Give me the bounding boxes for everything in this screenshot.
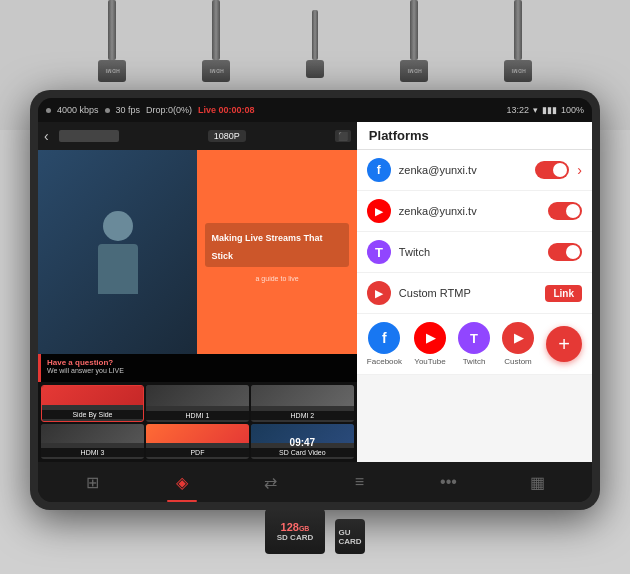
thumbnail-grid: Side By Side HDMI 1 HDMI 2 HDMI 3 — [38, 382, 357, 462]
thumb-bg — [42, 386, 143, 405]
thumb-hdmi1[interactable]: HDMI 1 — [146, 385, 249, 422]
connector-label: HDMI — [105, 68, 120, 74]
back-button[interactable]: ‹ — [44, 128, 49, 144]
twitch-toggle[interactable] — [548, 243, 582, 261]
fab-add-button[interactable]: + — [546, 326, 582, 362]
thumb-pdf[interactable]: PDF — [146, 424, 249, 459]
main-area: ‹ 1080P ⬛ — [38, 122, 592, 462]
cable-connector: HDMI — [98, 60, 126, 82]
cable-connector — [306, 60, 324, 78]
social-youtube-label: YouTube — [414, 357, 445, 366]
thumb-hdmi2[interactable]: HDMI 2 — [251, 385, 354, 422]
bottom-nav: ⊞ ◈ ⇄ ≡ ••• ▦ — [38, 462, 592, 502]
cable-3 — [306, 10, 324, 78]
video-presenter — [38, 150, 197, 354]
social-twitch-icon[interactable]: T — [458, 322, 490, 354]
thumb-label: HDMI 1 — [146, 411, 249, 420]
youtube-icon: ▶ — [367, 199, 391, 223]
thumb-label: HDMI 2 — [251, 411, 354, 420]
cable-wire — [108, 0, 116, 60]
social-custom-icon[interactable]: ▶ — [502, 322, 534, 354]
device-screen: 4000 kbps 30 fps Drop:0(0%) Live 00:00:0… — [38, 98, 592, 502]
layers-icon: ◈ — [176, 473, 188, 492]
social-item-twitch: T Twitch — [458, 322, 490, 366]
sd-card-small: GUCARD — [335, 519, 365, 554]
slide-subtext: a guide to live — [256, 275, 299, 282]
settings-icon: ≡ — [355, 473, 364, 491]
cable-connector: HDMI — [504, 60, 532, 82]
thumb-side-by-side[interactable]: Side By Side — [41, 385, 144, 422]
record-icon[interactable]: ⬛ — [335, 130, 351, 142]
sd-size-label: 128GB — [281, 521, 310, 533]
audio-levels — [59, 130, 119, 142]
presenter-head — [103, 211, 133, 241]
facebook-icon: f — [367, 158, 391, 182]
presenter-body — [98, 244, 138, 294]
social-facebook-icon[interactable]: f — [368, 322, 400, 354]
platforms-title: Platforms — [369, 128, 429, 143]
platform-item-twitch: T Twitch — [357, 232, 592, 273]
social-facebook-label: Facebook — [367, 357, 402, 366]
youtube-name: zenka@yunxi.tv — [399, 205, 540, 217]
sd-type-label: SD CARD — [277, 533, 313, 542]
platform-list: f zenka@yunxi.tv › ▶ zenka@yunxi.tv — [357, 150, 592, 462]
cable-connector: HDMI — [400, 60, 428, 82]
record-symbol: ⬛ — [338, 132, 348, 141]
cable-wire — [514, 0, 522, 60]
nav-share[interactable]: ⇄ — [251, 462, 291, 502]
nav-more[interactable]: ••• — [429, 462, 469, 502]
presenter-figure — [98, 211, 138, 294]
platform-item-rtmp: ▶ Custom RTMP Link — [357, 273, 592, 314]
connector-label: HDMI — [209, 68, 224, 74]
resolution-badge: 1080P — [208, 130, 246, 142]
thumb-label: PDF — [146, 448, 249, 457]
live-label: Live 00:00:08 — [198, 105, 255, 115]
chevron-right-icon[interactable]: › — [577, 162, 582, 178]
link-button[interactable]: Link — [545, 285, 582, 302]
scene: HDMI HDMI HDMI HDMI — [0, 0, 630, 574]
social-icons-row: f Facebook ▶ YouTube T Twitch — [357, 314, 592, 375]
facebook-name: zenka@yunxi.tv — [399, 164, 527, 176]
social-youtube-icon[interactable]: ▶ — [414, 322, 446, 354]
sd-small-type: GUCARD — [338, 528, 361, 546]
media-icon: ▦ — [530, 473, 545, 492]
slide-title-box: Making Live Streams That Stick — [205, 223, 348, 267]
thumb-hdmi3[interactable]: HDMI 3 — [41, 424, 144, 459]
toggle-knob — [553, 163, 567, 177]
status-bar: 4000 kbps 30 fps Drop:0(0%) Live 00:00:0… — [38, 98, 592, 122]
nav-layers[interactable]: ◈ — [162, 462, 202, 502]
facebook-toggle[interactable] — [535, 161, 569, 179]
time-label: 13:22 — [506, 105, 529, 115]
youtube-toggle[interactable] — [548, 202, 582, 220]
share-icon: ⇄ — [264, 473, 277, 492]
social-item-facebook: f Facebook — [367, 322, 402, 366]
thumb-label: Side By Side — [42, 410, 143, 419]
drop-label: Drop:0(0%) — [146, 105, 192, 115]
status-dot — [46, 108, 51, 113]
bitrate-label: 4000 kbps — [57, 105, 99, 115]
left-panel: ‹ 1080P ⬛ — [38, 122, 357, 462]
question-bar: Have a question? We will answer you LIVE — [38, 354, 357, 382]
time-display: 09:47 — [290, 436, 316, 447]
rtmp-name: Custom RTMP — [399, 287, 538, 299]
device: 4000 kbps 30 fps Drop:0(0%) Live 00:00:0… — [30, 90, 600, 510]
status-right: 13:22 ▾ ▮▮▮ 100% — [506, 105, 584, 115]
thumb-sd[interactable]: 09:47 SD Card Video — [251, 424, 354, 459]
layout-icon: ⊞ — [86, 473, 99, 492]
nav-settings[interactable]: ≡ — [340, 462, 380, 502]
sd-card-main: 128GB SD CARD — [265, 509, 325, 554]
thumb-bg — [146, 424, 249, 443]
platform-item-youtube: ▶ zenka@yunxi.tv — [357, 191, 592, 232]
nav-media[interactable]: ▦ — [518, 462, 558, 502]
cable-wire — [312, 10, 318, 60]
social-item-custom: ▶ Custom — [502, 322, 534, 366]
thumb-bg — [251, 385, 354, 406]
wifi-icon: ▾ — [533, 105, 538, 115]
twitch-icon: T — [367, 240, 391, 264]
platforms-header: Platforms — [357, 122, 592, 150]
connector-label: HDMI — [407, 68, 422, 74]
sd-cards-area: 128GB SD CARD GUCARD — [265, 509, 365, 554]
nav-layout[interactable]: ⊞ — [73, 462, 113, 502]
connector-label: HDMI — [511, 68, 526, 74]
thumb-label: SD Card Video — [251, 448, 354, 457]
